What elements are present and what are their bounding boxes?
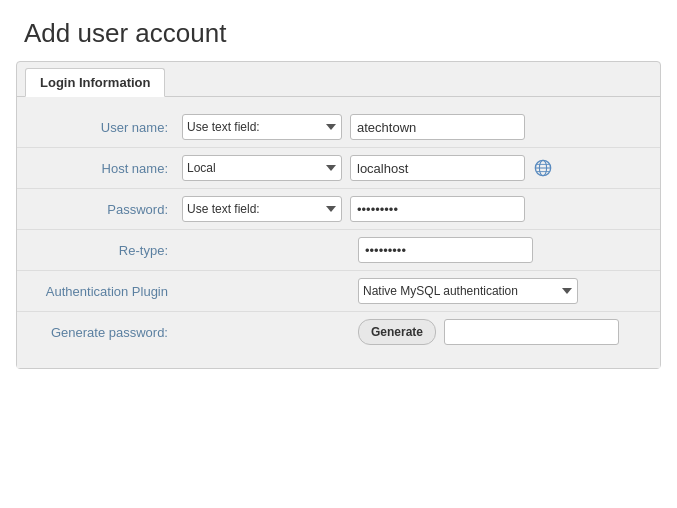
password-label: Password: <box>37 202 182 217</box>
page-title: Add user account <box>0 0 677 61</box>
tab-login-information[interactable]: Login Information <box>25 68 165 97</box>
auth-plugin-select[interactable]: Native MySQL authentication SHA256 passw… <box>358 278 578 304</box>
hostname-type-select[interactable]: Local Any host Use text field: <box>182 155 342 181</box>
auth-plugin-controls: Native MySQL authentication SHA256 passw… <box>182 278 640 304</box>
password-row: Password: Use text field: No password <box>17 189 660 230</box>
hostname-label: Host name: <box>37 161 182 176</box>
retype-label: Re-type: <box>37 243 182 258</box>
auth-plugin-label: Authentication Plugin <box>37 284 182 299</box>
username-row: User name: Use text field: Use host name… <box>17 107 660 148</box>
retype-input[interactable] <box>358 237 533 263</box>
generate-password-controls: Generate <box>182 319 640 345</box>
password-type-select[interactable]: Use text field: No password <box>182 196 342 222</box>
retype-controls <box>182 237 640 263</box>
username-type-select[interactable]: Use text field: Use host name: Use any <box>182 114 342 140</box>
username-input[interactable] <box>350 114 525 140</box>
hostname-controls: Local Any host Use text field: <box>182 155 640 181</box>
generate-password-label: Generate password: <box>37 325 182 340</box>
username-controls: Use text field: Use host name: Use any <box>182 114 640 140</box>
hostname-input[interactable] <box>350 155 525 181</box>
generate-button[interactable]: Generate <box>358 319 436 345</box>
globe-icon[interactable] <box>533 158 553 178</box>
retype-row: Re-type: <box>17 230 660 271</box>
username-label: User name: <box>37 120 182 135</box>
hostname-row: Host name: Local Any host Use text field… <box>17 148 660 189</box>
generated-password-input[interactable] <box>444 319 619 345</box>
tab-content: User name: Use text field: Use host name… <box>17 97 660 368</box>
password-input[interactable] <box>350 196 525 222</box>
tab-header: Login Information <box>17 62 660 97</box>
auth-plugin-row: Authentication Plugin Native MySQL authe… <box>17 271 660 312</box>
form-panel: Login Information User name: Use text fi… <box>16 61 661 369</box>
generate-password-row: Generate password: Generate <box>17 312 660 352</box>
password-controls: Use text field: No password <box>182 196 640 222</box>
